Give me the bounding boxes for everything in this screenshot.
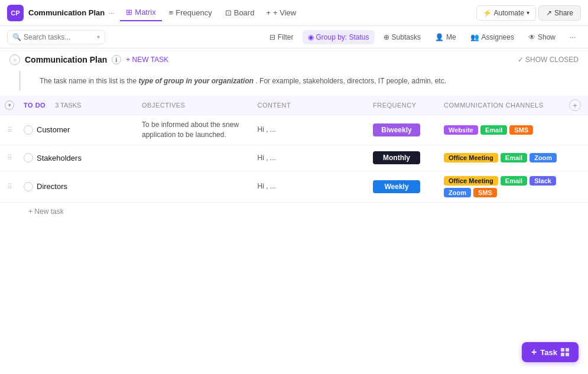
task-name[interactable]: Stakeholders bbox=[19, 148, 137, 167]
group-label: TO DO bbox=[19, 99, 50, 111]
task-name-text: Customer bbox=[37, 125, 70, 134]
task-objective: To be informed about the snew applicatio… bbox=[137, 115, 253, 145]
task-fab-button[interactable]: + Task bbox=[522, 342, 579, 362]
automate-button[interactable]: ⚡ Automate ▾ bbox=[476, 5, 536, 21]
fab-label: Task bbox=[540, 348, 557, 357]
project-dots-menu[interactable]: ··· bbox=[108, 9, 114, 17]
channel-badge: Slack bbox=[529, 176, 556, 186]
task-table: ▾ TO DO 3 TASKS OBJECTIVES CONTENT FREQU… bbox=[0, 96, 588, 220]
board-icon: ⊡ bbox=[225, 8, 232, 17]
search-input[interactable] bbox=[24, 33, 95, 41]
frequency-icon: ≡ bbox=[169, 8, 174, 17]
task-objective bbox=[137, 153, 253, 162]
info-icon[interactable]: ℹ bbox=[112, 55, 121, 64]
info-text-bold: type of group in your organization bbox=[138, 77, 254, 85]
add-column-icon[interactable]: + bbox=[569, 99, 581, 111]
share-icon: ↗ bbox=[546, 9, 552, 17]
drag-handle[interactable]: ⠿ bbox=[0, 154, 19, 162]
content-header: CONTENT bbox=[253, 99, 369, 111]
channel-badge: Office Meeting bbox=[444, 153, 498, 162]
assignees-button[interactable]: 👥 Assignees bbox=[465, 30, 519, 44]
channel-badge: Office Meeting bbox=[444, 176, 498, 186]
share-label: Share bbox=[554, 9, 573, 17]
table-row: ⠿ Customer To be informed about the snew… bbox=[0, 115, 588, 145]
search-chevron-icon: ▾ bbox=[97, 34, 100, 40]
show-icon: 👁 bbox=[528, 33, 535, 41]
fab-plus-icon: + bbox=[531, 347, 537, 357]
show-button[interactable]: 👁 Show bbox=[523, 30, 561, 44]
tab-frequency[interactable]: ≡ Frequency bbox=[163, 5, 218, 21]
task-channels: Office MeetingEmailSlackZoomSMS bbox=[439, 171, 569, 202]
task-name[interactable]: Directors bbox=[19, 177, 137, 196]
new-task-row[interactable]: + New task bbox=[0, 203, 588, 220]
subtasks-label: Subtasks bbox=[392, 33, 421, 41]
more-options-button[interactable]: ··· bbox=[564, 30, 581, 44]
me-label: Me bbox=[446, 33, 456, 41]
task-frequency: Monthly bbox=[368, 147, 439, 169]
list-title: Communication Plan bbox=[25, 55, 107, 64]
filter-button[interactable]: ⊟ Filter bbox=[264, 30, 299, 44]
plus-icon: + bbox=[266, 8, 271, 17]
me-icon: 👤 bbox=[435, 33, 444, 41]
me-button[interactable]: 👤 Me bbox=[430, 30, 462, 44]
list-header: ○ Communication Plan ℹ + NEW TASK ✓ SHOW… bbox=[0, 48, 588, 71]
task-checkbox[interactable] bbox=[24, 125, 33, 135]
assignees-label: Assignees bbox=[482, 33, 514, 41]
toolbar: 🔍 ▾ ⊟ Filter ◉ Group by: Status ⊕ Subtas… bbox=[0, 26, 588, 48]
info-text-suffix: . For example, stakeholders, directors, … bbox=[255, 77, 446, 85]
automate-label: Automate bbox=[494, 9, 524, 17]
channels-header: COMMUNICATION CHANNELS bbox=[439, 99, 569, 111]
view-btn-label: + View bbox=[273, 8, 296, 17]
filter-label: Filter bbox=[278, 33, 294, 41]
channel-badge: Email bbox=[480, 125, 507, 135]
task-channels: Office MeetingEmailZoom bbox=[439, 148, 569, 167]
add-view-button[interactable]: + + View bbox=[261, 6, 301, 19]
task-name[interactable]: Customer bbox=[19, 121, 137, 139]
collapse-button[interactable]: ○ bbox=[9, 54, 20, 65]
assignees-icon: 👥 bbox=[470, 33, 479, 41]
frequency-badge: Weekly bbox=[373, 180, 420, 193]
new-task-button[interactable]: + NEW TASK bbox=[126, 56, 168, 64]
subtasks-button[interactable]: ⊕ Subtasks bbox=[378, 30, 426, 44]
automate-icon: ⚡ bbox=[483, 9, 492, 17]
channel-badge: Zoom bbox=[529, 153, 557, 162]
task-count: 3 TASKS bbox=[55, 102, 81, 109]
frequency-header: FREQUENCY bbox=[368, 99, 439, 111]
table-row: ⠿ Directors Hi , ... Weekly Office Meeti… bbox=[0, 171, 588, 203]
task-content: Hi , ... bbox=[253, 120, 369, 139]
frequency-badge: Biweekly bbox=[373, 123, 420, 136]
more-dots-icon: ··· bbox=[570, 33, 576, 41]
task-checkbox[interactable] bbox=[24, 182, 33, 191]
task-checkbox[interactable] bbox=[24, 153, 33, 162]
channel-badge: Email bbox=[501, 176, 527, 186]
share-button[interactable]: ↗ Share bbox=[538, 5, 581, 21]
nav-tabs: ⊞ Matrix ≡ Frequency ⊡ Board + + View bbox=[120, 4, 301, 21]
tab-matrix-label: Matrix bbox=[135, 8, 155, 17]
tab-board-label: Board bbox=[234, 8, 255, 17]
info-text: The task name in this list is the type o… bbox=[19, 71, 579, 91]
frequency-badge: Monthly bbox=[373, 151, 420, 164]
group-collapse-button[interactable]: ▾ bbox=[5, 100, 14, 110]
task-content: Hi , ... bbox=[253, 177, 369, 196]
search-box[interactable]: 🔍 ▾ bbox=[7, 30, 105, 44]
group-by-button[interactable]: ◉ Group by: Status bbox=[303, 30, 375, 44]
channel-badge: SMS bbox=[473, 188, 497, 197]
drag-handle[interactable]: ⠿ bbox=[0, 126, 19, 134]
drag-handle[interactable]: ⠿ bbox=[0, 183, 19, 191]
group-header: ▾ TO DO 3 TASKS OBJECTIVES CONTENT FREQU… bbox=[0, 96, 588, 115]
task-frequency: Biweekly bbox=[368, 119, 439, 141]
task-objective bbox=[137, 182, 253, 191]
task-frequency: Weekly bbox=[368, 175, 439, 198]
task-name-text: Directors bbox=[37, 182, 67, 191]
tab-matrix[interactable]: ⊞ Matrix bbox=[120, 4, 161, 21]
tab-board[interactable]: ⊡ Board bbox=[219, 5, 261, 21]
project-title: Communication Plan bbox=[28, 8, 105, 17]
task-content: Hi , ... bbox=[253, 148, 369, 168]
top-nav: CP Communication Plan ··· ⊞ Matrix ≡ Fre… bbox=[0, 0, 588, 26]
tab-frequency-label: Frequency bbox=[176, 8, 212, 17]
show-closed-button[interactable]: ✓ SHOW CLOSED bbox=[518, 56, 579, 64]
channel-badge: Email bbox=[501, 153, 527, 162]
group-icon: ◉ bbox=[308, 33, 314, 41]
new-task-row-label: + New task bbox=[28, 207, 64, 216]
matrix-icon: ⊞ bbox=[126, 8, 132, 17]
